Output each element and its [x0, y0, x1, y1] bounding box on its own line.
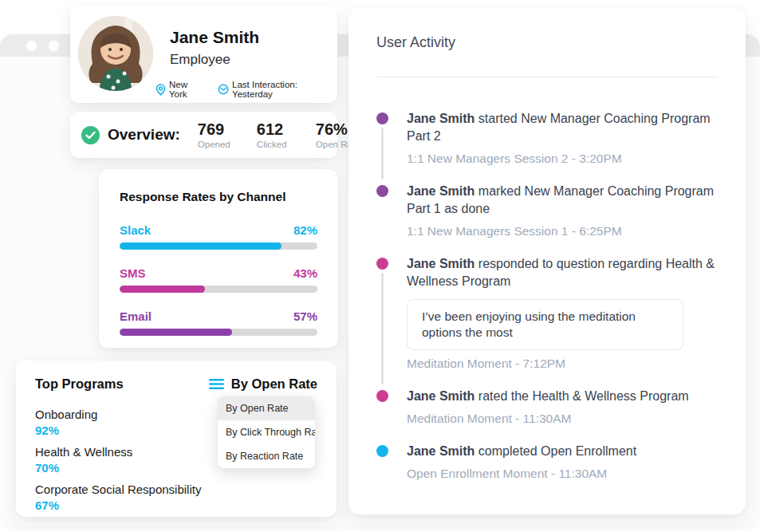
timeline-dot	[376, 185, 388, 197]
progress-bar-track	[120, 286, 317, 293]
profile-role: Employee	[170, 52, 230, 68]
activity-text: Jane Smith responded to question regardi…	[407, 255, 719, 290]
activity-item: Jane Smith started New Manager Coaching …	[376, 110, 719, 166]
activity-text: Jane Smith started New Manager Coaching …	[407, 110, 719, 145]
timeline-connector	[381, 128, 384, 179]
progress-bar-track	[120, 329, 317, 336]
activity-meta: 1:1 New Managers Session 2 - 3:20PM	[407, 152, 719, 166]
divider	[376, 77, 718, 77]
activity-text: Jane Smith completed Open Enrollment	[407, 443, 719, 460]
program-value: 67%	[35, 499, 317, 512]
profile-name: Jane Smith	[170, 28, 259, 47]
stat-opened: 769 Opened	[198, 120, 239, 149]
overview-label: Overview:	[108, 126, 180, 144]
progress-bar-fill	[120, 286, 205, 293]
stat-clicked-value: 612	[257, 120, 298, 138]
profile-card: Jane Smith Employee New York Last Intera…	[70, 6, 337, 103]
response-rates-card: Response Rates by Channel Slack 82% SMS …	[99, 169, 338, 348]
sort-dropdown-menu: By Open Rate By Click Through Rate By Re…	[218, 396, 315, 468]
activity-item: Jane Smith marked New Manager Coaching P…	[376, 183, 719, 238]
response-rates-title: Response Rates by Channel	[120, 190, 317, 204]
channel-value: 43%	[293, 266, 317, 280]
activity-text: Jane Smith rated the Health & Wellness P…	[407, 388, 719, 405]
activity-meta: Meditation Moment - 11:30AM	[407, 412, 719, 426]
location-meta: New York	[156, 80, 207, 99]
top-programs-title: Top Programs	[35, 376, 124, 392]
message-clock-icon	[218, 84, 229, 95]
window-control-dot[interactable]	[49, 41, 59, 51]
location-pin-icon	[156, 84, 166, 96]
stat-opened-value: 769	[198, 120, 239, 138]
stat-clicked: 612 Clicked	[257, 120, 298, 149]
activity-quote: I’ve been enjoying using the meditation …	[407, 299, 683, 350]
activity-meta: Open Enrollment Moment - 11:30AM	[407, 467, 719, 481]
program-item: Corporate Social Responsibility 67%	[35, 483, 317, 512]
activity-meta: 1:1 New Managers Session 1 - 6:25PM	[407, 224, 719, 238]
avatar	[78, 16, 153, 91]
progress-bar-fill	[120, 329, 232, 336]
timeline-connector	[381, 273, 384, 384]
location-text: New York	[169, 80, 207, 99]
sort-by-control[interactable]: By Open Rate	[209, 376, 317, 392]
timeline-dot	[376, 445, 388, 457]
timeline-dot	[376, 258, 388, 270]
activity-meta: Meditation Moment - 7:12PM	[407, 357, 719, 371]
sort-by-label: By Open Rate	[231, 376, 317, 392]
top-programs-card: Top Programs By Open Rate Onboarding 92%…	[16, 361, 337, 517]
channel-name: Email	[120, 309, 152, 323]
user-activity-title: User Activity	[376, 34, 719, 51]
last-interaction-meta: Last Interaction: Yesterday	[218, 80, 337, 99]
channel-name: SMS	[120, 266, 146, 280]
channel-row-slack: Slack 82%	[120, 223, 317, 250]
dropdown-option-click-through-rate[interactable]: By Click Through Rate	[218, 420, 315, 444]
activity-timeline: Jane Smith started New Manager Coaching …	[376, 110, 719, 481]
activity-item: Jane Smith rated the Health & Wellness P…	[376, 388, 719, 426]
progress-bar-track	[120, 242, 317, 250]
activity-text: Jane Smith marked New Manager Coaching P…	[407, 183, 719, 218]
progress-bar-fill	[120, 242, 282, 250]
timeline-dot	[376, 390, 388, 402]
channel-row-email: Email 57%	[120, 309, 317, 336]
activity-item: Jane Smith responded to question regardi…	[376, 255, 719, 371]
dropdown-option-reaction-rate[interactable]: By Reaction Rate	[218, 444, 315, 468]
window-control-dot[interactable]	[26, 41, 37, 51]
stat-opened-label: Opened	[198, 140, 239, 149]
filter-bars-icon	[209, 378, 224, 390]
program-name: Corporate Social Responsibility	[35, 483, 317, 496]
user-activity-card: User Activity Jane Smith started New Man…	[348, 8, 746, 514]
timeline-dot	[376, 112, 388, 124]
overview-card: Overview: 769 Opened 612 Clicked 76% Ope…	[70, 112, 337, 158]
dropdown-option-open-rate[interactable]: By Open Rate	[218, 396, 315, 420]
channel-value: 82%	[293, 223, 317, 237]
stat-clicked-label: Clicked	[257, 140, 298, 149]
channel-row-sms: SMS 43%	[120, 266, 317, 293]
activity-item: Jane Smith completed Open Enrollment Ope…	[376, 443, 719, 481]
channel-name: Slack	[120, 223, 151, 237]
channel-value: 57%	[293, 309, 317, 323]
last-interaction-text: Last Interaction: Yesterday	[232, 80, 337, 99]
check-circle-icon	[81, 126, 100, 144]
